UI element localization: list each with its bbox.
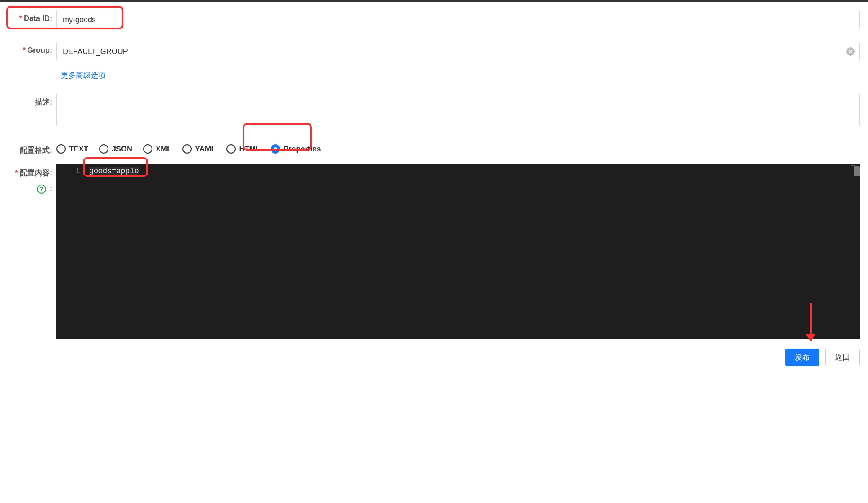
radio-label: TEXT bbox=[69, 145, 88, 154]
radio-circle-icon bbox=[271, 144, 280, 154]
radio-label: YAML bbox=[195, 145, 216, 154]
radio-circle-icon bbox=[99, 144, 108, 154]
radio-circle-icon bbox=[226, 144, 236, 154]
group-label: *Group: bbox=[8, 42, 56, 55]
back-button[interactable]: 返回 bbox=[825, 349, 860, 366]
radio-json[interactable]: JSON bbox=[99, 144, 132, 154]
scrollbar-thumb[interactable] bbox=[854, 166, 860, 176]
required-star: * bbox=[15, 169, 18, 177]
line-number: 1 bbox=[56, 167, 80, 175]
annotation-arrow-down bbox=[810, 303, 812, 341]
radio-circle-icon bbox=[182, 144, 192, 154]
radio-html[interactable]: HTML bbox=[226, 144, 260, 154]
help-row: ? : bbox=[37, 185, 52, 194]
format-label: 配置格式: bbox=[8, 141, 56, 155]
required-star: * bbox=[19, 14, 22, 23]
help-colon: : bbox=[50, 185, 52, 193]
code-content: goods=apple bbox=[89, 167, 139, 175]
editor-gutter: 1 bbox=[56, 164, 85, 339]
radio-label: Properties bbox=[283, 145, 321, 154]
description-textarea[interactable] bbox=[56, 93, 860, 126]
description-label: 描述: bbox=[8, 93, 56, 107]
radio-circle-icon bbox=[56, 144, 66, 154]
radio-properties[interactable]: Properties bbox=[271, 144, 321, 154]
radio-yaml[interactable]: YAML bbox=[182, 144, 216, 154]
help-icon[interactable]: ? bbox=[37, 185, 46, 194]
radio-xml[interactable]: XML bbox=[143, 144, 172, 154]
radio-circle-icon bbox=[143, 144, 152, 154]
radio-label: XML bbox=[156, 145, 172, 154]
form-page: *Data ID: *Group: 更多高级选项 描述: 配置 bbox=[0, 2, 868, 368]
radio-label: HTML bbox=[239, 145, 260, 154]
data-id-input[interactable] bbox=[56, 10, 860, 29]
publish-button[interactable]: 发布 bbox=[785, 349, 819, 366]
group-input[interactable] bbox=[56, 42, 860, 61]
radio-label: JSON bbox=[112, 145, 132, 154]
group-label-text: Group: bbox=[27, 46, 52, 54]
required-star: * bbox=[23, 46, 26, 54]
content-label: *配置内容: bbox=[15, 168, 52, 178]
data-id-label: *Data ID: bbox=[8, 10, 56, 23]
advanced-options-link[interactable]: 更多高级选项 bbox=[61, 71, 106, 80]
code-area[interactable]: goods=apple bbox=[85, 164, 860, 339]
data-id-label-text: Data ID: bbox=[24, 14, 52, 23]
radio-text[interactable]: TEXT bbox=[56, 144, 88, 154]
code-editor[interactable]: 1 goods=apple bbox=[56, 164, 860, 339]
content-label-text: 配置内容: bbox=[20, 169, 52, 177]
clear-icon[interactable] bbox=[846, 47, 855, 56]
